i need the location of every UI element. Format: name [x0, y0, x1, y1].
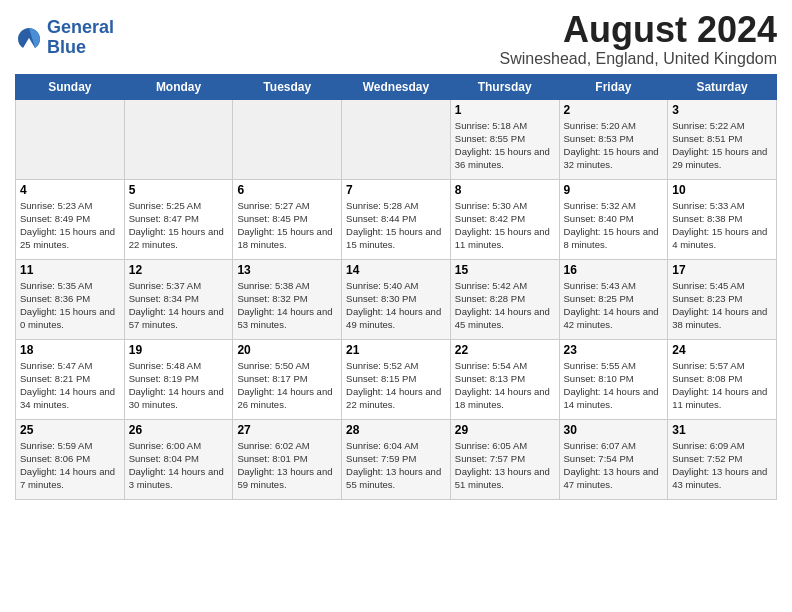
- calendar-table: Sunday Monday Tuesday Wednesday Thursday…: [15, 74, 777, 500]
- title-block: August 2024 Swineshead, England, United …: [499, 10, 777, 68]
- calendar-week-3: 11Sunrise: 5:35 AM Sunset: 8:36 PM Dayli…: [16, 259, 777, 339]
- calendar-cell: 17Sunrise: 5:45 AM Sunset: 8:23 PM Dayli…: [668, 259, 777, 339]
- day-info: Sunrise: 5:20 AM Sunset: 8:53 PM Dayligh…: [564, 119, 664, 172]
- calendar-cell: 7Sunrise: 5:28 AM Sunset: 8:44 PM Daylig…: [342, 179, 451, 259]
- day-info: Sunrise: 5:28 AM Sunset: 8:44 PM Dayligh…: [346, 199, 446, 252]
- day-number: 7: [346, 183, 446, 197]
- page-header: GeneralBlue August 2024 Swineshead, Engl…: [15, 10, 777, 68]
- day-number: 6: [237, 183, 337, 197]
- calendar-cell: 1Sunrise: 5:18 AM Sunset: 8:55 PM Daylig…: [450, 99, 559, 179]
- col-monday: Monday: [124, 74, 233, 99]
- day-info: Sunrise: 6:02 AM Sunset: 8:01 PM Dayligh…: [237, 439, 337, 492]
- calendar-cell: 18Sunrise: 5:47 AM Sunset: 8:21 PM Dayli…: [16, 339, 125, 419]
- day-number: 21: [346, 343, 446, 357]
- day-info: Sunrise: 6:05 AM Sunset: 7:57 PM Dayligh…: [455, 439, 555, 492]
- day-number: 9: [564, 183, 664, 197]
- logo: GeneralBlue: [15, 18, 114, 58]
- day-number: 1: [455, 103, 555, 117]
- calendar-cell: 23Sunrise: 5:55 AM Sunset: 8:10 PM Dayli…: [559, 339, 668, 419]
- calendar-cell: 30Sunrise: 6:07 AM Sunset: 7:54 PM Dayli…: [559, 419, 668, 499]
- day-number: 8: [455, 183, 555, 197]
- day-info: Sunrise: 5:43 AM Sunset: 8:25 PM Dayligh…: [564, 279, 664, 332]
- calendar-cell: 24Sunrise: 5:57 AM Sunset: 8:08 PM Dayli…: [668, 339, 777, 419]
- day-number: 22: [455, 343, 555, 357]
- day-number: 28: [346, 423, 446, 437]
- calendar-cell: 19Sunrise: 5:48 AM Sunset: 8:19 PM Dayli…: [124, 339, 233, 419]
- calendar-cell: 31Sunrise: 6:09 AM Sunset: 7:52 PM Dayli…: [668, 419, 777, 499]
- calendar-cell: 14Sunrise: 5:40 AM Sunset: 8:30 PM Dayli…: [342, 259, 451, 339]
- calendar-cell: 29Sunrise: 6:05 AM Sunset: 7:57 PM Dayli…: [450, 419, 559, 499]
- calendar-week-2: 4Sunrise: 5:23 AM Sunset: 8:49 PM Daylig…: [16, 179, 777, 259]
- day-number: 13: [237, 263, 337, 277]
- day-info: Sunrise: 5:59 AM Sunset: 8:06 PM Dayligh…: [20, 439, 120, 492]
- day-number: 15: [455, 263, 555, 277]
- day-number: 2: [564, 103, 664, 117]
- day-info: Sunrise: 5:42 AM Sunset: 8:28 PM Dayligh…: [455, 279, 555, 332]
- day-info: Sunrise: 5:27 AM Sunset: 8:45 PM Dayligh…: [237, 199, 337, 252]
- calendar-cell: 5Sunrise: 5:25 AM Sunset: 8:47 PM Daylig…: [124, 179, 233, 259]
- col-tuesday: Tuesday: [233, 74, 342, 99]
- day-info: Sunrise: 5:55 AM Sunset: 8:10 PM Dayligh…: [564, 359, 664, 412]
- calendar-cell: 3Sunrise: 5:22 AM Sunset: 8:51 PM Daylig…: [668, 99, 777, 179]
- calendar-cell: 21Sunrise: 5:52 AM Sunset: 8:15 PM Dayli…: [342, 339, 451, 419]
- day-info: Sunrise: 6:09 AM Sunset: 7:52 PM Dayligh…: [672, 439, 772, 492]
- calendar-cell: 4Sunrise: 5:23 AM Sunset: 8:49 PM Daylig…: [16, 179, 125, 259]
- main-title: August 2024: [499, 10, 777, 50]
- calendar-body: 1Sunrise: 5:18 AM Sunset: 8:55 PM Daylig…: [16, 99, 777, 499]
- calendar-cell: 20Sunrise: 5:50 AM Sunset: 8:17 PM Dayli…: [233, 339, 342, 419]
- day-number: 25: [20, 423, 120, 437]
- col-thursday: Thursday: [450, 74, 559, 99]
- day-info: Sunrise: 5:52 AM Sunset: 8:15 PM Dayligh…: [346, 359, 446, 412]
- day-number: 16: [564, 263, 664, 277]
- day-number: 19: [129, 343, 229, 357]
- day-info: Sunrise: 5:30 AM Sunset: 8:42 PM Dayligh…: [455, 199, 555, 252]
- calendar-cell: 2Sunrise: 5:20 AM Sunset: 8:53 PM Daylig…: [559, 99, 668, 179]
- day-info: Sunrise: 5:18 AM Sunset: 8:55 PM Dayligh…: [455, 119, 555, 172]
- day-number: 29: [455, 423, 555, 437]
- day-info: Sunrise: 6:07 AM Sunset: 7:54 PM Dayligh…: [564, 439, 664, 492]
- day-info: Sunrise: 5:37 AM Sunset: 8:34 PM Dayligh…: [129, 279, 229, 332]
- day-number: 18: [20, 343, 120, 357]
- calendar-cell: 11Sunrise: 5:35 AM Sunset: 8:36 PM Dayli…: [16, 259, 125, 339]
- calendar-cell: 9Sunrise: 5:32 AM Sunset: 8:40 PM Daylig…: [559, 179, 668, 259]
- calendar-week-1: 1Sunrise: 5:18 AM Sunset: 8:55 PM Daylig…: [16, 99, 777, 179]
- calendar-cell: 22Sunrise: 5:54 AM Sunset: 8:13 PM Dayli…: [450, 339, 559, 419]
- day-info: Sunrise: 5:22 AM Sunset: 8:51 PM Dayligh…: [672, 119, 772, 172]
- day-number: 26: [129, 423, 229, 437]
- day-number: 31: [672, 423, 772, 437]
- calendar-cell: [16, 99, 125, 179]
- day-number: 27: [237, 423, 337, 437]
- day-info: Sunrise: 5:45 AM Sunset: 8:23 PM Dayligh…: [672, 279, 772, 332]
- day-number: 3: [672, 103, 772, 117]
- day-number: 23: [564, 343, 664, 357]
- col-wednesday: Wednesday: [342, 74, 451, 99]
- calendar-cell: 28Sunrise: 6:04 AM Sunset: 7:59 PM Dayli…: [342, 419, 451, 499]
- header-row: Sunday Monday Tuesday Wednesday Thursday…: [16, 74, 777, 99]
- day-number: 24: [672, 343, 772, 357]
- calendar-cell: 25Sunrise: 5:59 AM Sunset: 8:06 PM Dayli…: [16, 419, 125, 499]
- day-number: 4: [20, 183, 120, 197]
- day-info: Sunrise: 6:00 AM Sunset: 8:04 PM Dayligh…: [129, 439, 229, 492]
- day-info: Sunrise: 5:25 AM Sunset: 8:47 PM Dayligh…: [129, 199, 229, 252]
- day-info: Sunrise: 5:57 AM Sunset: 8:08 PM Dayligh…: [672, 359, 772, 412]
- calendar-cell: [124, 99, 233, 179]
- calendar-cell: 10Sunrise: 5:33 AM Sunset: 8:38 PM Dayli…: [668, 179, 777, 259]
- calendar-cell: [233, 99, 342, 179]
- day-number: 11: [20, 263, 120, 277]
- col-sunday: Sunday: [16, 74, 125, 99]
- day-info: Sunrise: 5:23 AM Sunset: 8:49 PM Dayligh…: [20, 199, 120, 252]
- calendar-cell: 12Sunrise: 5:37 AM Sunset: 8:34 PM Dayli…: [124, 259, 233, 339]
- day-info: Sunrise: 5:50 AM Sunset: 8:17 PM Dayligh…: [237, 359, 337, 412]
- calendar-cell: 6Sunrise: 5:27 AM Sunset: 8:45 PM Daylig…: [233, 179, 342, 259]
- day-number: 10: [672, 183, 772, 197]
- subtitle: Swineshead, England, United Kingdom: [499, 50, 777, 68]
- logo-text: GeneralBlue: [47, 18, 114, 58]
- day-info: Sunrise: 5:47 AM Sunset: 8:21 PM Dayligh…: [20, 359, 120, 412]
- calendar-cell: [342, 99, 451, 179]
- col-friday: Friday: [559, 74, 668, 99]
- day-info: Sunrise: 6:04 AM Sunset: 7:59 PM Dayligh…: [346, 439, 446, 492]
- day-info: Sunrise: 5:32 AM Sunset: 8:40 PM Dayligh…: [564, 199, 664, 252]
- day-info: Sunrise: 5:35 AM Sunset: 8:36 PM Dayligh…: [20, 279, 120, 332]
- day-number: 30: [564, 423, 664, 437]
- day-info: Sunrise: 5:48 AM Sunset: 8:19 PM Dayligh…: [129, 359, 229, 412]
